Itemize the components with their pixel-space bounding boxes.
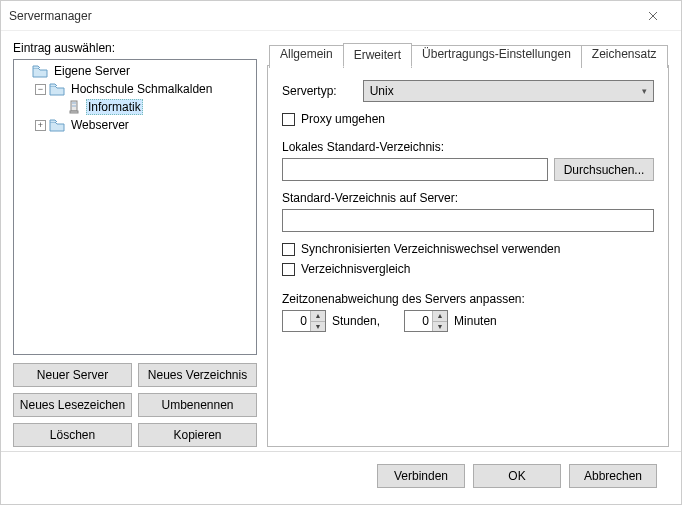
tree-root[interactable]: Eigene Server xyxy=(14,62,256,80)
twisty-none xyxy=(18,66,29,77)
folder-icon xyxy=(49,82,65,96)
footer: Verbinden OK Abbrechen xyxy=(13,452,669,492)
advanced-panel: Servertyp: Unix ▾ Proxy umgehen Lokales … xyxy=(267,65,669,447)
svg-rect-1 xyxy=(72,102,76,104)
close-button[interactable] xyxy=(633,2,673,30)
sync-browse-checkbox[interactable] xyxy=(282,243,295,256)
tree-root-label: Eigene Server xyxy=(52,64,132,78)
tree-item-webserver[interactable]: + Webserver xyxy=(14,116,256,134)
titlebar: Servermanager xyxy=(1,1,681,31)
remote-dir-input[interactable] xyxy=(282,209,654,232)
local-dir-label: Lokales Standard-Verzeichnis: xyxy=(282,140,654,154)
tabs: Allgemein Erweitert Übertragungs-Einstel… xyxy=(269,43,667,66)
ok-button[interactable]: OK xyxy=(473,464,561,488)
minutes-label: Minuten xyxy=(454,314,497,328)
cancel-button[interactable]: Abbrechen xyxy=(569,464,657,488)
tree-item-label: Informatik xyxy=(86,99,143,115)
remote-dir-label: Standard-Verzeichnis auf Server: xyxy=(282,191,654,205)
minutes-value: 0 xyxy=(405,311,432,331)
new-bookmark-button[interactable]: Neues Lesezeichen xyxy=(13,393,132,417)
svg-rect-2 xyxy=(72,105,76,107)
hours-spinner[interactable]: 0 ▲ ▼ xyxy=(282,310,326,332)
folder-icon xyxy=(32,64,48,78)
minutes-down-button[interactable]: ▼ xyxy=(433,322,447,332)
sync-browse-label: Synchronisierten Verzeichniswechsel verw… xyxy=(301,242,560,256)
hours-value: 0 xyxy=(283,311,310,331)
window: Servermanager Eintrag auswählen: Eigene … xyxy=(0,0,682,505)
copy-button[interactable]: Kopieren xyxy=(138,423,257,447)
local-dir-input[interactable] xyxy=(282,158,548,181)
server-tree[interactable]: Eigene Server − Hochschule Schmalkalden xyxy=(13,59,257,355)
new-directory-button[interactable]: Neues Verzeichnis xyxy=(138,363,257,387)
close-icon xyxy=(648,11,658,21)
tree-label: Eintrag auswählen: xyxy=(13,41,257,55)
collapse-icon[interactable]: − xyxy=(35,84,46,95)
servertype-value: Unix xyxy=(370,84,394,98)
hours-up-button[interactable]: ▲ xyxy=(311,311,325,322)
svg-rect-3 xyxy=(70,111,78,113)
timezone-label: Zeitzonenabweichung des Servers anpassen… xyxy=(282,292,654,306)
folder-icon xyxy=(49,118,65,132)
left-pane: Eintrag auswählen: Eigene Server − xyxy=(13,41,257,447)
servertype-select[interactable]: Unix ▾ xyxy=(363,80,654,102)
tree-item-label: Webserver xyxy=(69,118,131,132)
left-buttons: Neuer Server Neues Verzeichnis Neues Les… xyxy=(13,363,257,447)
twisty-none xyxy=(52,102,63,113)
rename-button[interactable]: Umbenennen xyxy=(138,393,257,417)
tab-transfer[interactable]: Übertragungs-Einstellungen xyxy=(411,45,582,68)
proxy-bypass-label: Proxy umgehen xyxy=(301,112,385,126)
tree-item-informatik[interactable]: Informatik xyxy=(14,98,256,116)
dir-compare-label: Verzeichnisvergleich xyxy=(301,262,410,276)
right-pane: Allgemein Erweitert Übertragungs-Einstel… xyxy=(267,41,669,447)
servertype-label: Servertyp: xyxy=(282,84,337,98)
tab-general[interactable]: Allgemein xyxy=(269,45,344,68)
tree-item-hochschule[interactable]: − Hochschule Schmalkalden xyxy=(14,80,256,98)
connect-button[interactable]: Verbinden xyxy=(377,464,465,488)
dir-compare-checkbox[interactable] xyxy=(282,263,295,276)
server-icon xyxy=(66,100,82,114)
tab-advanced[interactable]: Erweitert xyxy=(343,43,412,67)
new-server-button[interactable]: Neuer Server xyxy=(13,363,132,387)
minutes-up-button[interactable]: ▲ xyxy=(433,311,447,322)
expand-icon[interactable]: + xyxy=(35,120,46,131)
minutes-spinner[interactable]: 0 ▲ ▼ xyxy=(404,310,448,332)
proxy-bypass-checkbox[interactable] xyxy=(282,113,295,126)
tab-charset[interactable]: Zeichensatz xyxy=(581,45,668,68)
hours-label: Stunden, xyxy=(332,314,380,328)
window-title: Servermanager xyxy=(9,9,633,23)
hours-down-button[interactable]: ▼ xyxy=(311,322,325,332)
chevron-down-icon: ▾ xyxy=(642,86,647,96)
browse-button[interactable]: Durchsuchen... xyxy=(554,158,654,181)
delete-button[interactable]: Löschen xyxy=(13,423,132,447)
tree-item-label: Hochschule Schmalkalden xyxy=(69,82,214,96)
